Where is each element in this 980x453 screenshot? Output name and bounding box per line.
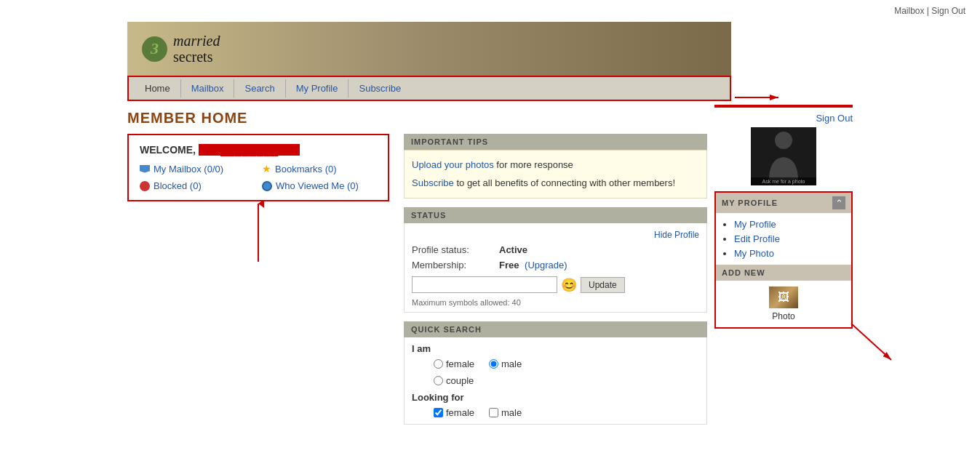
photo-caption: Photo <box>723 311 844 321</box>
couple-option: couple <box>412 375 699 386</box>
profile-status-value: Active <box>499 244 527 255</box>
nav-item-myprofile[interactable]: My Profile <box>286 79 349 97</box>
tip-1: Upload your photos for more response <box>412 156 699 175</box>
radio-male[interactable] <box>489 359 498 369</box>
nav-item-home[interactable]: Home <box>135 79 181 97</box>
list-item: My Photo <box>734 248 844 259</box>
profile-silhouette <box>762 129 805 184</box>
nav-bar: Home Mailbox Search My Profile Subscribe <box>127 76 731 101</box>
checkbox-female[interactable] <box>434 408 443 417</box>
profile-status-label: Profile status: <box>412 244 499 255</box>
status-section: STATUS Hide Profile Profile status: Acti… <box>404 207 707 313</box>
hide-profile-link[interactable]: Hide Profile <box>654 230 699 240</box>
collapse-button[interactable]: ⌃ <box>832 196 845 209</box>
max-symbols: Maximum symbols allowed: 40 <box>405 297 706 308</box>
lf-male[interactable]: male <box>489 407 522 418</box>
option-female[interactable]: female <box>434 358 474 369</box>
nav-arrow <box>728 79 786 116</box>
i-am-label: I am <box>412 343 699 354</box>
right-sidebar: Sign Out Ask me for a photo MY PROFILE ⌃… <box>714 101 853 433</box>
quick-search-header: QUICK SEARCH <box>404 321 707 337</box>
profile-status-row: Profile status: Active <box>405 242 706 257</box>
blocked-link[interactable]: Blocked (0) <box>140 180 255 191</box>
status-update-row: 😊 Update <box>405 273 706 297</box>
photo-icon: 🖼 <box>778 291 789 304</box>
main-wrapper: MEMBER HOME WELCOME, ████████ My Mailbox… <box>127 101 853 433</box>
upgrade-link[interactable]: (Upgrade) <box>525 260 567 270</box>
edit-profile-link[interactable]: Edit Profile <box>734 233 780 244</box>
topbar-signout-link[interactable]: Sign Out <box>931 6 965 16</box>
profile-photo: Ask me for a photo <box>751 127 816 185</box>
nav-link-mailbox[interactable]: Mailbox <box>181 79 235 97</box>
up-arrow-indicator <box>251 200 266 265</box>
membership-value: Free (Upgrade) <box>499 260 567 270</box>
quick-search-section: QUICK SEARCH I am female male <box>404 321 707 425</box>
lf-female[interactable]: female <box>434 407 474 418</box>
my-photo-link[interactable]: My Photo <box>734 248 774 259</box>
my-profile-links: My Profile Edit Profile My Photo <box>716 213 851 265</box>
two-col-layout: WELCOME, ████████ My Mailbox (0/0) ★ Boo… <box>127 134 707 433</box>
welcome-box: WELCOME, ████████ My Mailbox (0/0) ★ Boo… <box>127 134 389 201</box>
upload-photos-link[interactable]: Upload your photos <box>412 159 494 170</box>
top-bar: Mailbox | Sign Out <box>0 0 980 22</box>
looking-for-options: female male <box>412 407 699 418</box>
option-couple[interactable]: couple <box>434 375 699 386</box>
membership-free: Free <box>499 260 519 270</box>
option-male[interactable]: male <box>489 358 522 369</box>
update-button[interactable]: Update <box>581 277 625 293</box>
nav-link-myprofile[interactable]: My Profile <box>286 79 349 97</box>
emoji-button[interactable]: 😊 <box>561 277 577 293</box>
add-photo-thumb[interactable]: 🖼 <box>769 286 798 308</box>
status-content: Hide Profile Profile status: Active Memb… <box>404 223 707 313</box>
logo-area: 3 married secrets <box>142 33 717 76</box>
add-new-arrow <box>848 320 899 364</box>
nav-item-subscribe[interactable]: Subscribe <box>348 79 411 97</box>
subscribe-link[interactable]: Subscribe <box>412 177 454 188</box>
nav-item-mailbox[interactable]: Mailbox <box>181 79 235 97</box>
welcome-heading: WELCOME, ████████ <box>140 144 377 156</box>
nav-link-search[interactable]: Search <box>234 79 285 97</box>
checkbox-male[interactable] <box>489 408 498 417</box>
tips-section: IMPORTANT TIPS Upload your photos for mo… <box>404 134 707 199</box>
radio-couple[interactable] <box>434 376 443 385</box>
list-item: Edit Profile <box>734 233 844 244</box>
who-viewed-link[interactable]: Who Viewed Me (0) <box>262 180 377 191</box>
i-am-options: female male <box>412 358 699 369</box>
header: 3 married secrets <box>127 22 731 76</box>
add-new-content: 🖼 Photo <box>716 281 851 327</box>
membership-row: Membership: Free (Upgrade) <box>405 257 706 273</box>
list-item: My Profile <box>734 219 844 230</box>
my-profile-box: MY PROFILE ⌃ My Profile Edit Profile My … <box>714 191 853 329</box>
svg-line-6 <box>851 324 891 360</box>
my-profile-link[interactable]: My Profile <box>734 219 776 230</box>
nav-wrapper: Home Mailbox Search My Profile Subscribe <box>127 76 731 101</box>
nav-item-search[interactable]: Search <box>234 79 285 97</box>
welcome-text: WELCOME, <box>140 144 196 156</box>
welcome-links-grid: My Mailbox (0/0) ★ Bookmarks (0) Blocked… <box>140 163 377 191</box>
content-area: MEMBER HOME WELCOME, ████████ My Mailbox… <box>127 101 714 433</box>
my-mailbox-link[interactable]: My Mailbox (0/0) <box>140 163 255 175</box>
eye-icon <box>262 181 272 191</box>
svg-point-4 <box>775 132 792 149</box>
quick-search-content: I am female male couple <box>404 337 707 425</box>
my-profile-heading: MY PROFILE <box>722 199 778 207</box>
status-header: STATUS <box>404 207 707 223</box>
logo-icon: 3 <box>142 36 167 62</box>
radio-female[interactable] <box>434 359 443 369</box>
nav-link-subscribe[interactable]: Subscribe <box>348 79 411 97</box>
welcome-username: ████████ <box>199 144 300 156</box>
sidebar-signout-link[interactable]: Sign Out <box>816 113 853 124</box>
page-title: MEMBER HOME <box>127 101 707 134</box>
star-icon: ★ <box>262 163 271 175</box>
looking-for-label: Looking for <box>412 392 699 403</box>
bookmarks-link[interactable]: ★ Bookmarks (0) <box>262 163 377 175</box>
right-col: IMPORTANT TIPS Upload your photos for mo… <box>404 134 707 433</box>
nav-link-home[interactable]: Home <box>135 79 181 97</box>
mail-icon <box>140 165 150 173</box>
block-icon <box>140 181 150 191</box>
tip-2: Subscribe to get all benefits of connect… <box>412 175 699 193</box>
hide-profile-row: Hide Profile <box>405 227 706 242</box>
status-text-input[interactable] <box>412 276 557 293</box>
photo-overlay-label: Ask me for a photo <box>751 177 816 185</box>
topbar-mailbox-link[interactable]: Mailbox <box>894 6 924 16</box>
